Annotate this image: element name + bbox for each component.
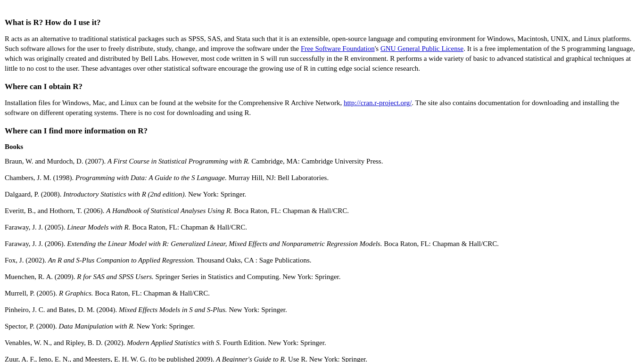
cran-link[interactable]: http://cran.r-project.org/ [344, 99, 412, 107]
book-author-year: Pinheiro, J. C. and Bates, D. M. (2004). [5, 306, 119, 313]
section-obtain-r: Where can I obtain R? Installation files… [5, 81, 639, 118]
list-item: Dalgaard, P. (2008). Introductory Statis… [5, 189, 639, 199]
list-item: Fox, J. (2002). An R and S-Plus Companio… [5, 255, 639, 265]
book-publisher: New York: Springer. [135, 322, 195, 330]
book-author-year: Everitt, B., and Hothorn, T. (2006). [5, 207, 106, 214]
book-author-year: Faraway, J. J. (2005). [5, 223, 67, 231]
list-item: Venables, W. N., and Ripley, B. D. (2002… [5, 338, 639, 348]
section-what-is-r: What is R? How do I use it? R acts as an… [5, 17, 639, 74]
book-title: Modern Applied Statistics with S. [127, 339, 221, 346]
book-title: R for SAS and SPSS Users. [77, 273, 154, 280]
book-title: A Beginner's Guide to R. [216, 355, 286, 362]
book-author-year: Chambers, J. M. (1998). [5, 174, 75, 181]
heading-more-info: Where can I find more information on R? [5, 125, 639, 137]
book-title: Linear Models with R. [67, 223, 130, 231]
book-title: An R and S-Plus Companion to Applied Reg… [48, 256, 195, 264]
book-title: Data Manipulation with R. [58, 322, 135, 330]
book-title: Programming with Data: A Guide to the S … [75, 174, 227, 181]
book-publisher: Murray Hill, NJ: Bell Laboratories. [227, 174, 329, 181]
book-author-year: Braun, W. and Murdoch, D. (2007). [5, 157, 107, 165]
list-item: Spector, P. (2000). Data Manipulation wi… [5, 321, 639, 331]
heading-what-is-r: What is R? How do I use it? [5, 17, 639, 28]
book-publisher: New York: Springer. [186, 190, 246, 198]
books-label: Books [5, 142, 639, 152]
list-item: Braun, W. and Murdoch, D. (2007). A Firs… [5, 156, 639, 166]
book-title: Introductory Statistics with R (2nd edit… [63, 190, 186, 198]
list-item: Faraway, J. J. (2006). Extending the Lin… [5, 239, 639, 249]
book-publisher: Boca Raton, FL: Chapman & Hall/CRC. [131, 223, 248, 231]
list-item: Everitt, B., and Hothorn, T. (2006). A H… [5, 206, 639, 216]
book-publisher: Use R. New York: Springer. [286, 355, 367, 362]
list-item: Murrell, P. (2005). R Graphics. Boca Rat… [5, 288, 639, 298]
list-item: Muenchen, R. A. (2009). R for SAS and SP… [5, 272, 639, 282]
book-author-year: Dalgaard, P. (2008). [5, 190, 63, 198]
book-publisher: Boca Raton, FL: Chapman & Hall/CRC. [232, 207, 349, 214]
book-title: Mixed Effects Models in S and S-Plus. [119, 306, 227, 313]
book-publisher: Springer Series in Statistics and Comput… [154, 273, 341, 280]
book-publisher: Boca Raton, FL: Chapman & Hall/CRC. [382, 240, 499, 247]
book-author-year: Venables, W. N., and Ripley, B. D. (2002… [5, 339, 127, 346]
book-author-year: Muenchen, R. A. (2009). [5, 273, 77, 280]
book-title: R Graphics. [59, 289, 93, 297]
book-publisher: Boca Raton, FL: Chapman & Hall/CRC. [93, 289, 210, 297]
book-author-year: Faraway, J. J. (2006). [5, 240, 67, 247]
list-item: Chambers, J. M. (1998). Programming with… [5, 173, 639, 183]
book-publisher: Thousand Oaks, CA : Sage Publications. [195, 256, 311, 264]
book-author-year: Fox, J. (2002). [5, 256, 48, 264]
book-author-year: Murrell, P. (2005). [5, 289, 59, 297]
book-publisher: Cambridge, MA: Cambridge University Pres… [250, 157, 383, 165]
book-publisher: Fourth Edition. New York: Springer. [221, 339, 326, 346]
book-title: A Handbook of Statistical Analyses Using… [106, 207, 232, 214]
list-item: Faraway, J. J. (2005). Linear Models wit… [5, 222, 639, 232]
list-item: Zuur, A. F., Ieno, E. N., and Meesters, … [5, 354, 639, 362]
book-title: A First Course in Statistical Programmin… [107, 157, 250, 165]
gnu-gpl-link[interactable]: GNU General Public License [380, 45, 463, 52]
book-title: Extending the Linear Model with R: Gener… [67, 240, 382, 247]
list-item: Pinheiro, J. C. and Bates, D. M. (2004).… [5, 305, 639, 315]
para-what-is-r: R acts as an alternative to traditional … [5, 34, 639, 74]
heading-obtain-r: Where can I obtain R? [5, 81, 639, 92]
book-author-year: Spector, P. (2000). [5, 322, 58, 330]
free-software-foundation-link[interactable]: Free Software Foundation [301, 45, 375, 52]
book-publisher: New York: Springer. [227, 306, 287, 313]
book-author-year: Zuur, A. F., Ieno, E. N., and Meesters, … [5, 355, 216, 362]
para-obtain-r: Installation files for Windows, Mac, and… [5, 98, 639, 118]
section-more-info: Where can I find more information on R? … [5, 125, 639, 362]
